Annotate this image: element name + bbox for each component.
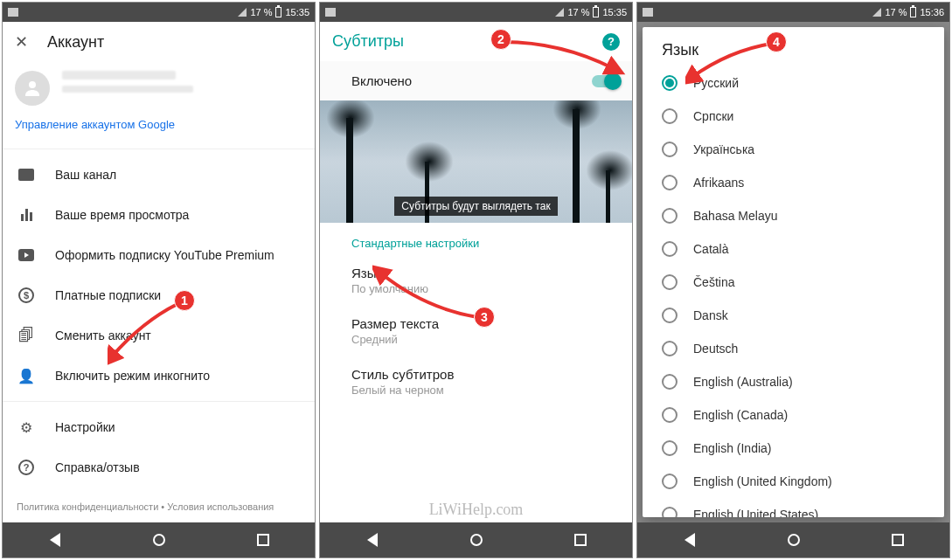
divider: [3, 149, 315, 149]
language-option[interactable]: Deutsch: [643, 332, 944, 365]
profile-name-blurred: [62, 71, 176, 80]
language-label: Čeština: [693, 275, 734, 289]
menu-your-channel[interactable]: Ваш канал: [3, 155, 315, 195]
label: Сменить аккаунт: [55, 328, 151, 342]
clock: 15:36: [920, 7, 944, 17]
radio-icon: [662, 75, 678, 91]
language-option[interactable]: English (United Kingdom): [643, 465, 944, 498]
language-label: English (United States): [693, 508, 818, 517]
menu-incognito[interactable]: 👤 Включить режим инкогнито: [3, 356, 315, 396]
close-icon[interactable]: ✕: [15, 32, 28, 52]
setting-title: Стиль субтитров: [351, 367, 601, 382]
radio-icon: [662, 440, 678, 456]
battery-icon: [275, 7, 281, 17]
language-label: English (United Kingdom): [693, 474, 832, 488]
nav-bar: [3, 522, 315, 557]
language-option[interactable]: English (India): [643, 432, 944, 465]
dialog-title: Язык: [643, 41, 944, 66]
nav-home-button[interactable]: [151, 532, 167, 548]
language-label: Dansk: [693, 308, 728, 322]
radio-icon: [662, 374, 678, 390]
setting-style[interactable]: Стиль субтитров Белый на черном: [320, 358, 632, 409]
label: Ваше время просмотра: [55, 208, 189, 222]
radio-icon: [662, 241, 678, 257]
notification-icon: [325, 8, 336, 17]
language-dialog: Язык РусскийСрпскиУкраїнськаAfrikaansBah…: [643, 27, 944, 517]
footer-links[interactable]: Политика конфиденциальности • Условия ис…: [3, 491, 315, 522]
radio-icon: [662, 274, 678, 290]
setting-text-size[interactable]: Размер текста Средний: [320, 308, 632, 358]
bars-icon: [17, 205, 36, 225]
language-option[interactable]: Català: [643, 232, 944, 266]
menu-switch-account[interactable]: 🗐 Сменить аккаунт: [3, 315, 315, 356]
avatar: [15, 71, 50, 106]
battery-text: 17 %: [250, 7, 272, 17]
setting-subtitle: Средний: [351, 333, 601, 346]
profile-block[interactable]: [3, 62, 315, 111]
help-icon: ?: [17, 458, 36, 477]
setting-subtitle: Белый на черном: [351, 384, 601, 397]
language-option[interactable]: Dansk: [643, 299, 944, 332]
radio-icon: [662, 474, 678, 489]
language-option[interactable]: Afrikaans: [643, 166, 944, 199]
nav-bar: [320, 522, 632, 557]
label: Настройки: [55, 420, 115, 434]
setting-title: Размер текста: [351, 316, 601, 331]
radio-icon: [662, 208, 678, 224]
menu-paid[interactable]: $ Платные подписки: [3, 275, 315, 315]
nav-home-button[interactable]: [469, 532, 484, 548]
menu-premium[interactable]: Оформить подписку YouTube Premium: [3, 235, 315, 275]
language-option[interactable]: Српски: [643, 100, 944, 133]
language-option[interactable]: Čeština: [643, 266, 944, 299]
label: Справка/отзыв: [55, 460, 140, 474]
caption-sample: Субтитры будут выглядеть так: [394, 197, 557, 216]
help-icon[interactable]: ?: [602, 33, 620, 51]
menu-settings[interactable]: ⚙ Настройки: [3, 407, 315, 447]
switch-account-icon: 🗐: [17, 326, 36, 345]
nav-recent-button[interactable]: [573, 532, 588, 548]
switch-toggle[interactable]: [592, 75, 620, 87]
battery-text: 17 %: [885, 7, 907, 17]
notification-icon: [643, 8, 653, 17]
incognito-icon: 👤: [17, 366, 36, 385]
phone-subtitles: 17 % 15:35 Субтитры ? Включено Субтитры …: [319, 2, 633, 558]
language-option[interactable]: Bahasa Melayu: [643, 199, 944, 232]
label: Включить режим инкогнито: [55, 369, 210, 383]
clock: 15:35: [602, 7, 627, 17]
page-title: Аккаунт: [47, 33, 104, 52]
signal-icon: [555, 8, 564, 17]
language-option[interactable]: English (United States): [643, 498, 944, 517]
language-option[interactable]: English (Australia): [643, 365, 944, 398]
label: Оформить подписку YouTube Premium: [55, 248, 274, 262]
language-label: Deutsch: [693, 342, 738, 356]
menu-watch-time[interactable]: Ваше время просмотра: [3, 195, 315, 235]
gear-icon: ⚙: [17, 418, 36, 437]
manage-google-account-link[interactable]: Управление аккаунтом Google: [3, 111, 315, 143]
status-bar: 17 % 15:35: [3, 3, 315, 22]
phone-account: 17 % 15:35 ✕ Аккаунт Управление аккаунто…: [2, 2, 316, 558]
nav-bar: [637, 522, 949, 557]
language-option[interactable]: Українська: [643, 133, 944, 166]
toggle-label: Включено: [351, 73, 412, 88]
nav-recent-button[interactable]: [890, 532, 906, 548]
header: ✕ Аккаунт: [3, 22, 315, 62]
radio-icon: [662, 142, 678, 157]
nav-back-button[interactable]: [682, 532, 698, 548]
language-label: Català: [693, 242, 728, 256]
language-label: Українська: [693, 142, 754, 156]
nav-back-button[interactable]: [47, 532, 63, 548]
language-label: English (India): [693, 441, 772, 455]
menu-help[interactable]: ? Справка/отзыв: [3, 447, 315, 487]
setting-language[interactable]: Язык По умолчанию: [320, 257, 632, 308]
phone-language-dialog: 17 % 15:36 Язык РусскийСрпскиУкраїнськаA…: [636, 2, 950, 558]
nav-back-button[interactable]: [365, 532, 380, 548]
page-title: Субтитры: [332, 32, 404, 51]
language-option[interactable]: Русский: [643, 66, 944, 100]
nav-recent-button[interactable]: [255, 532, 271, 548]
nav-home-button[interactable]: [786, 532, 802, 548]
label: Платные подписки: [55, 288, 161, 302]
youtube-icon: [17, 245, 36, 265]
language-label: Русский: [693, 76, 739, 90]
language-option[interactable]: English (Canada): [643, 398, 944, 432]
toggle-enabled-row[interactable]: Включено: [320, 61, 632, 100]
